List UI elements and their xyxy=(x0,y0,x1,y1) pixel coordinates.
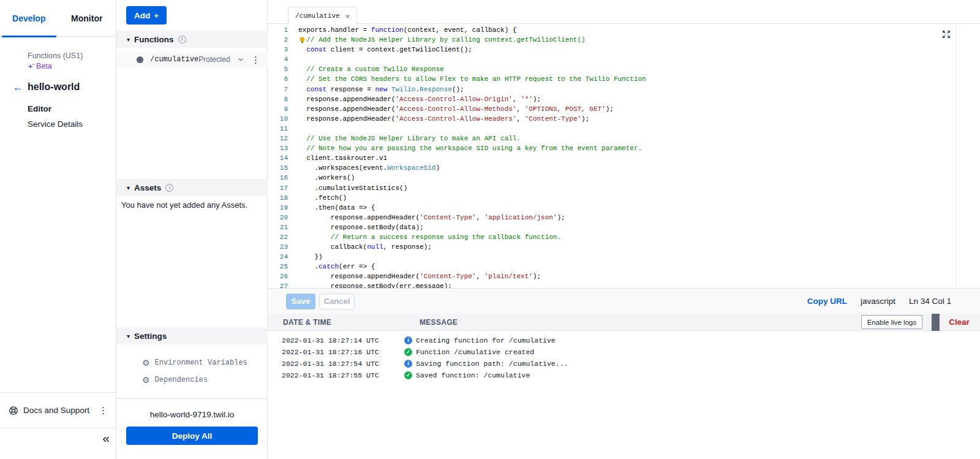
code-text: response.appendHeader('Access-Control-Al… xyxy=(298,104,614,114)
line-number: 8 xyxy=(268,94,288,104)
code-text: response.appendHeader('Content-Type', 'p… xyxy=(298,271,541,281)
log-timestamp: 2022-01-31 18:27:16 UTC xyxy=(282,348,404,356)
editor-tab-label: /cumulative xyxy=(295,12,340,20)
enable-live-logs-button[interactable]: Enable live logs xyxy=(861,315,923,329)
code-line: 26 response.appendHeader('Content-Type',… xyxy=(268,271,980,281)
logs-list: 2022-01-31 18:27:14 UTCiCreating functio… xyxy=(268,331,980,459)
code-text: .cumulativeStatistics() xyxy=(298,183,407,193)
code-line: 22 // Return a success response using th… xyxy=(268,232,980,242)
logs-column-message: MESSAGE xyxy=(420,318,458,327)
code-line: 19 .then(data => { xyxy=(268,203,980,213)
log-timestamp: 2022-01-31 18:27:54 UTC xyxy=(282,360,404,368)
language-indicator: javascript xyxy=(861,297,895,306)
settings-item-label: Dependencies xyxy=(155,376,208,384)
gear-icon: ⚙ xyxy=(142,376,150,384)
editor-tab-cumulative[interactable]: /cumulative × xyxy=(288,7,357,25)
sparkle-icon xyxy=(28,63,34,70)
assets-section-header[interactable]: ▾ Assets i xyxy=(116,179,268,196)
code-line: 18 .fetch() xyxy=(268,193,980,203)
line-number: 1 xyxy=(268,25,288,35)
caret-down-icon: ▾ xyxy=(127,184,130,191)
success-check-icon: ✓ xyxy=(404,371,412,379)
code-text: // Create a custom Twilio Response xyxy=(298,64,444,74)
tab-develop[interactable]: Develop xyxy=(0,0,58,36)
save-button[interactable]: Save xyxy=(286,294,315,309)
code-line: 25 .catch(err => { xyxy=(268,262,980,271)
sidebar-item-editor[interactable]: Editor xyxy=(28,104,51,113)
logs-controls: Enable live logs Clear xyxy=(861,314,970,331)
copy-url-link[interactable]: Copy URL xyxy=(807,297,847,306)
plus-icon: + xyxy=(154,11,159,20)
code-line: 5 // Create a custom Twilio Response xyxy=(268,64,980,74)
code-line: 14 client.taskrouter.v1 xyxy=(268,153,980,163)
logs-column-date: DATE & TIME xyxy=(283,318,420,327)
code-line: 15 .workspaces(event.WorkspaceSid) xyxy=(268,163,980,173)
twilio-functions-editor: Develop Monitor Functions (US1) Beta ← h… xyxy=(0,0,980,459)
tab-monitor[interactable]: Monitor xyxy=(58,0,116,36)
editor-actionbar: Save Cancel Copy URL javascript Ln 34 Co… xyxy=(268,288,980,314)
back-arrow-icon[interactable]: ← xyxy=(12,82,23,93)
assets-empty-text: You have not yet added any Assets. xyxy=(121,200,247,210)
line-number: 9 xyxy=(268,104,288,114)
settings-item-environment-variables[interactable]: ⚙ Environment Variables xyxy=(142,358,247,367)
settings-section-title: Settings xyxy=(134,332,167,341)
code-line: 24 }) xyxy=(268,252,980,262)
code-line: 21 response.setBody(data); xyxy=(268,222,980,232)
gear-icon: ⚙ xyxy=(142,358,150,367)
code-text: .catch(err => { xyxy=(298,262,375,271)
sidebar-tabs: Develop Monitor xyxy=(0,0,116,37)
code-text: .fetch() xyxy=(298,193,347,203)
logs-header: DATE & TIME MESSAGE Enable live logs Cle… xyxy=(268,314,980,331)
code-text: response.appendHeader('Access-Control-Al… xyxy=(298,114,589,124)
function-item-cumulative[interactable]: /cumulative Protected ⋮ xyxy=(116,51,268,67)
line-number: 24 xyxy=(268,252,288,262)
docs-and-support[interactable]: Docs and Support ⋮ xyxy=(0,393,116,428)
line-number: 27 xyxy=(268,281,288,288)
log-message: Saving function path: /cumulative... xyxy=(416,360,568,368)
code-editor[interactable]: 1exports.handler = function(context, eve… xyxy=(268,24,980,288)
sidebar: Develop Monitor Functions (US1) Beta ← h… xyxy=(0,0,116,459)
code-line: 3 const client = context.getTwilioClient… xyxy=(268,45,980,55)
add-button[interactable]: Add+ xyxy=(126,6,167,25)
settings-section-header[interactable]: ▾ Settings xyxy=(116,327,268,344)
assets-info-icon[interactable]: i xyxy=(165,184,173,192)
code-line: 12 // Use the NodeJS Helper Library to m… xyxy=(268,134,980,143)
line-number: 22 xyxy=(268,232,288,242)
code-text: }) xyxy=(298,252,323,262)
function-kebab-icon[interactable]: ⋮ xyxy=(251,55,260,64)
code-text: // Return a success response using the c… xyxy=(298,232,561,242)
line-number: 2 xyxy=(268,35,288,45)
tab-monitor-label: Monitor xyxy=(71,13,102,23)
close-tab-icon[interactable]: × xyxy=(345,12,350,20)
log-timestamp: 2022-01-31 18:27:55 UTC xyxy=(282,371,404,379)
service-domain: hello-world-9719.twil.io xyxy=(116,410,268,419)
service-name: hello-world xyxy=(28,82,80,93)
code-text: .workers() xyxy=(298,173,355,183)
settings-item-dependencies[interactable]: ⚙ Dependencies xyxy=(142,376,208,384)
code-text: const response = new Twilio.Response(); xyxy=(298,85,464,94)
docs-kebab-icon[interactable]: ⋮ xyxy=(99,406,108,415)
editor-tabbar: /cumulative × xyxy=(268,0,980,24)
logs-scrollbar-thumb[interactable] xyxy=(932,314,940,331)
line-number: 7 xyxy=(268,85,288,94)
collapse-sidebar-icon[interactable]: « xyxy=(102,431,110,446)
functions-section-header[interactable]: ▾ Functions i xyxy=(116,31,268,48)
functions-info-icon[interactable]: i xyxy=(178,36,186,44)
line-number: 25 xyxy=(268,262,288,271)
deploy-all-button[interactable]: Deploy All xyxy=(126,427,258,445)
assets-section-title: Assets xyxy=(134,183,161,192)
beta-label: Beta xyxy=(36,62,52,70)
code-text: // Note how you are passing the workspac… xyxy=(298,143,642,153)
clear-logs-button[interactable]: Clear xyxy=(949,317,970,327)
cancel-button[interactable]: Cancel xyxy=(319,294,355,309)
code-text: .workspaces(event.WorkspaceSid) xyxy=(298,163,440,173)
code-line: 1exports.handler = function(context, eve… xyxy=(268,25,980,35)
log-message: Function /cumulative created xyxy=(416,348,534,356)
add-button-label: Add xyxy=(134,11,150,20)
sidebar-divider-2 xyxy=(0,428,116,428)
sidebar-item-service-details[interactable]: Service Details xyxy=(28,119,83,129)
line-number: 14 xyxy=(268,153,288,163)
explorer-panel: Add+ ▾ Functions i /cumulative Protected… xyxy=(116,0,268,459)
chevron-down-icon[interactable] xyxy=(238,56,244,63)
log-timestamp: 2022-01-31 18:27:14 UTC xyxy=(282,336,404,344)
